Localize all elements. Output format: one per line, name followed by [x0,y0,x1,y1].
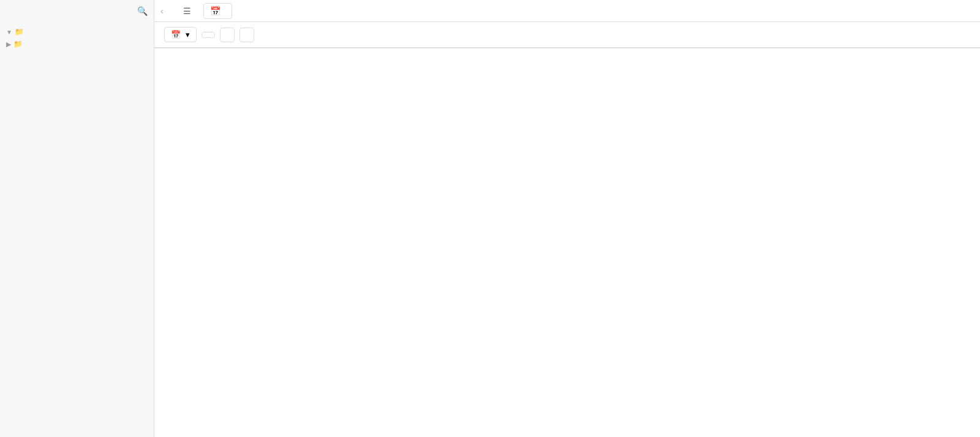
month-dropdown-icon: ▾ [186,30,190,39]
next-month-button[interactable] [239,28,254,42]
today-button[interactable] [202,32,215,38]
chatra-folder-icon: 📁 [13,40,23,48]
month-btn-icon: 📅 [171,30,181,39]
sidebar-group-row-calendar[interactable]: ▼ 📁 [0,26,154,38]
main-content: ‹ ☰ 📅 📅 ▾ [154,0,980,437]
calendar-grid [154,47,980,437]
group-arrow-icon: ▼ [6,29,12,35]
tab-calendar[interactable]: 📅 [203,3,232,19]
list-icon: ☰ [183,6,191,16]
cal-tab-icon: 📅 [210,6,221,16]
sidebar-group-chatra: ▶ 📁 [0,38,154,50]
sidebar: 🔍 ▼ 📁 ▶ 📁 [0,0,154,437]
calendar-body [154,48,980,437]
month-view-button[interactable]: 📅 ▾ [164,27,197,42]
sidebar-header-icons: 🔍 [127,6,148,16]
search-icon[interactable]: 🔍 [137,6,148,16]
tab-list[interactable]: ☰ [177,4,200,18]
chatra-arrow-icon: ▶ [6,41,11,48]
topbar-back-icon[interactable]: ‹ [160,6,164,16]
sidebar-top-header: 🔍 [0,0,154,22]
calendar-toolbar: 📅 ▾ [154,22,980,47]
sidebar-group-calendar: ▼ 📁 [0,26,154,38]
folder-icon: 📁 [15,28,24,36]
top-bar: ‹ ☰ 📅 [154,0,980,22]
prev-month-button[interactable] [220,28,235,42]
sidebar-group-row-chatra[interactable]: ▶ 📁 [0,38,154,50]
